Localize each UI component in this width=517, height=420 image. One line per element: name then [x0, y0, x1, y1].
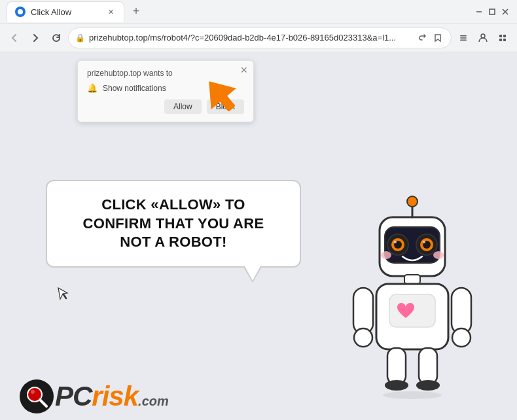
svg-rect-3: [460, 37, 467, 39]
tab-close-button[interactable]: ✕: [105, 7, 116, 17]
svg-point-0: [18, 9, 23, 14]
pcrisk-pc-text: PC: [55, 381, 92, 412]
address-icons: [416, 31, 444, 44]
svg-rect-8: [499, 39, 502, 41]
svg-rect-32: [452, 288, 471, 334]
svg-rect-7: [503, 35, 506, 37]
mouse-cursor: [57, 287, 69, 304]
pcrisk-logo: PC risk .com: [20, 379, 169, 413]
address-text: prizehubtop.top/ms/robot4/?c=20609dad-b2…: [89, 33, 412, 43]
pcrisk-icon: [20, 379, 54, 413]
maximize-button[interactable]: [487, 7, 497, 17]
svg-rect-2: [460, 35, 467, 37]
svg-point-33: [354, 328, 372, 347]
svg-point-27: [407, 196, 418, 207]
pcrisk-text-area: PC risk .com: [55, 381, 169, 412]
browser-menu-icon[interactable]: [454, 29, 472, 47]
robot-illustration: [340, 191, 484, 400]
window-controls: [474, 7, 510, 17]
navbar: 🔒 prizehubtop.top/ms/robot4/?c=20609dad-…: [0, 24, 517, 52]
orange-arrow: [196, 72, 255, 133]
new-tab-button[interactable]: +: [127, 3, 145, 21]
address-bar[interactable]: 🔒 prizehubtop.top/ms/robot4/?c=20609dad-…: [68, 27, 452, 48]
svg-point-25: [433, 251, 444, 259]
minimize-button[interactable]: [474, 7, 484, 17]
svg-point-24: [381, 251, 391, 259]
share-icon[interactable]: [416, 31, 429, 44]
svg-point-38: [416, 380, 440, 391]
svg-rect-9: [503, 39, 506, 41]
tab-favicon: [15, 7, 26, 17]
speech-bubble: CLICK «ALLOW» TO CONFIRM THAT YOU ARE NO…: [46, 180, 301, 268]
svg-point-23: [423, 241, 425, 243]
extensions-icon[interactable]: [493, 29, 512, 47]
svg-rect-4: [460, 39, 467, 41]
svg-point-34: [452, 328, 471, 347]
svg-rect-1: [490, 9, 495, 14]
bubble-text: CLICK «ALLOW» TO CONFIRM THAT YOU ARE NO…: [65, 196, 281, 252]
nav-right-buttons: [454, 29, 512, 47]
forward-button[interactable]: [26, 29, 45, 47]
reload-button[interactable]: [47, 29, 65, 47]
svg-rect-6: [499, 35, 502, 37]
tab-title: Click Allow: [31, 7, 100, 17]
close-window-button[interactable]: [500, 7, 510, 17]
profile-icon[interactable]: [474, 29, 492, 47]
svg-rect-28: [404, 275, 420, 284]
svg-line-43: [40, 400, 46, 406]
lock-icon: 🔒: [75, 33, 85, 43]
pcrisk-dotcom-text: .com: [138, 394, 169, 409]
svg-point-37: [385, 380, 408, 391]
svg-point-5: [481, 34, 485, 38]
bell-icon: 🔔: [87, 83, 98, 93]
svg-point-39: [383, 391, 442, 399]
pcrisk-risk-text: risk: [92, 381, 138, 412]
svg-rect-36: [419, 348, 437, 384]
back-button[interactable]: [5, 29, 24, 47]
browser-tab[interactable]: Click Allow ✕: [7, 1, 124, 22]
bookmark-icon[interactable]: [431, 31, 444, 44]
svg-point-42: [31, 390, 35, 394]
svg-rect-35: [387, 348, 406, 384]
notif-show-text: Show notifications: [103, 84, 166, 93]
svg-point-22: [394, 241, 397, 243]
svg-rect-31: [353, 288, 373, 334]
browser-content: ✕ prizehubtop.top wants to 🔔 Show notifi…: [0, 52, 517, 420]
titlebar: Click Allow ✕ +: [0, 0, 517, 24]
